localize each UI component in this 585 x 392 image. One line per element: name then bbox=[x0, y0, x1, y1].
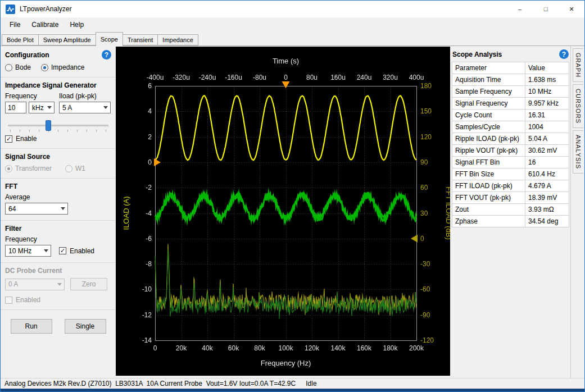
table-row: Zphase34.54 deg bbox=[452, 216, 569, 227]
checkbox-box bbox=[5, 297, 12, 304]
frequency-unit-value: kHz bbox=[32, 104, 44, 112]
tab-sweep-amplitude[interactable]: Sweep Amplitude bbox=[38, 34, 96, 45]
dc-probe-value: 0 A bbox=[8, 280, 18, 288]
menu-file[interactable]: File bbox=[4, 19, 26, 31]
minimize-button[interactable]: – bbox=[507, 1, 533, 17]
table-row: Ripple ILOAD (pk-pk)5.04 A bbox=[452, 133, 569, 145]
tab-strip: Bode Plot Sweep Amplitude Scope Transien… bbox=[2, 32, 584, 45]
frequency-unit-select[interactable]: kHz bbox=[29, 102, 55, 113]
side-tab-analysis[interactable]: ANALYSIS bbox=[573, 130, 583, 174]
radio-w1: W1 bbox=[65, 165, 85, 172]
checkbox-box bbox=[59, 247, 66, 254]
tab-transient[interactable]: Transient bbox=[123, 34, 158, 45]
chevron-down-icon bbox=[45, 106, 54, 109]
fft-section: FFT Average 64 bbox=[1, 179, 116, 221]
filter-enabled-label: Enabled bbox=[70, 247, 94, 255]
radio-bode[interactable]: Bode bbox=[5, 63, 31, 71]
signal-generator-section: Impedance Signal Generator Frequency kHz… bbox=[1, 78, 116, 149]
iload-value: 5 A bbox=[62, 104, 72, 112]
radio-transformer: Transformer bbox=[5, 165, 52, 172]
param-cell: FFT ILOAD (pk-pk) bbox=[452, 180, 525, 192]
close-button[interactable]: ✕ bbox=[559, 1, 584, 17]
enable-checkbox[interactable]: Enable bbox=[5, 135, 37, 143]
slider-track[interactable] bbox=[8, 125, 108, 126]
radio-dot bbox=[65, 165, 72, 172]
dc-probe-title: DC Probe Current bbox=[5, 267, 111, 275]
param-cell: Samples/Cycle bbox=[452, 121, 525, 133]
scope-display bbox=[116, 47, 450, 376]
tab-impedance[interactable]: Impedance bbox=[157, 34, 198, 45]
side-tab-graph[interactable]: GRAPH bbox=[573, 48, 583, 82]
value-cell: 610.4 Hz bbox=[525, 168, 569, 180]
chevron-down-icon bbox=[42, 249, 51, 252]
radio-dot bbox=[5, 64, 12, 71]
average-label: Average bbox=[5, 193, 111, 201]
radio-transformer-label: Transformer bbox=[15, 165, 52, 172]
scope-plot[interactable] bbox=[116, 47, 450, 376]
control-panel: Configuration Bode Impedance Impedance S… bbox=[1, 46, 116, 378]
help-icon[interactable] bbox=[102, 50, 111, 60]
radio-dot bbox=[5, 165, 12, 172]
signal-source-section: Signal Source Transformer W1 bbox=[1, 149, 116, 179]
run-button[interactable]: Run bbox=[11, 319, 52, 334]
single-button[interactable]: Single bbox=[65, 319, 106, 334]
menu-calibrate[interactable]: Calibrate bbox=[26, 19, 64, 31]
table-row: Cycle Count16.31 bbox=[452, 110, 569, 121]
chevron-down-icon bbox=[58, 207, 67, 210]
app-window: LTpowerAnalyzer – □ ✕ File Calibrate Hel… bbox=[0, 0, 585, 392]
value-cell: 4.679 A bbox=[525, 180, 569, 192]
side-tab-strip: GRAPH CURSORS ANALYSIS bbox=[570, 46, 584, 378]
maximize-button[interactable]: □ bbox=[533, 1, 559, 17]
param-cell: Ripple VOUT (pk-pk) bbox=[452, 145, 525, 157]
radio-impedance[interactable]: Impedance bbox=[41, 63, 84, 71]
table-row: Signal FFT Bin16 bbox=[452, 157, 569, 168]
param-cell: Zphase bbox=[452, 216, 525, 227]
table-row: FFT ILOAD (pk-pk)4.679 A bbox=[452, 180, 569, 192]
filter-enabled-checkbox[interactable]: Enabled bbox=[59, 247, 94, 255]
param-cell: FFT Bin Size bbox=[452, 168, 525, 180]
frequency-input[interactable] bbox=[5, 102, 26, 113]
value-cell: 1004 bbox=[525, 121, 569, 133]
average-select[interactable]: 64 bbox=[5, 203, 68, 215]
menu-help[interactable]: Help bbox=[64, 19, 89, 31]
dc-probe-section: DC Probe Current 0 A Zero Enabled bbox=[1, 263, 116, 310]
table-row: Ripple VOUT (pk-pk)30.62 mV bbox=[452, 145, 569, 157]
scope-analysis-table: Parameter Value Aquisition Time1.638 ms … bbox=[452, 62, 569, 227]
value-cell: 9.957 kHz bbox=[525, 98, 569, 110]
value-cell: 16.31 bbox=[525, 110, 569, 121]
table-row: Sample Frequency10 MHz bbox=[452, 86, 569, 98]
filter-frequency-select[interactable]: 10 MHz bbox=[5, 245, 51, 257]
signal-generator-title: Impedance Signal Generator bbox=[5, 81, 111, 89]
dc-probe-enabled-label: Enabled bbox=[16, 296, 40, 304]
tab-bode-plot[interactable]: Bode Plot bbox=[2, 34, 39, 45]
side-tab-cursors[interactable]: CURSORS bbox=[573, 84, 583, 128]
chevron-down-icon bbox=[55, 283, 64, 286]
window-title: LTpowerAnalyzer bbox=[20, 5, 71, 13]
column-value: Value bbox=[525, 62, 569, 74]
iload-label: Iload (pk-pk) bbox=[59, 92, 111, 100]
table-row: Samples/Cycle1004 bbox=[452, 121, 569, 133]
table-header-row: Parameter Value bbox=[452, 62, 569, 74]
filter-frequency-value: 10 MHz bbox=[8, 247, 31, 255]
param-cell: Signal Frequency bbox=[452, 98, 525, 110]
fft-title: FFT bbox=[5, 183, 111, 190]
zero-button: Zero bbox=[70, 278, 107, 290]
title-bar[interactable]: LTpowerAnalyzer – □ ✕ bbox=[1, 1, 584, 17]
checkbox-box bbox=[5, 135, 12, 143]
help-icon[interactable] bbox=[559, 49, 569, 59]
average-value: 64 bbox=[8, 205, 16, 213]
table-row: FFT VOUT (pk-pk)18.39 mV bbox=[452, 192, 569, 204]
tab-scope[interactable]: Scope bbox=[96, 32, 123, 46]
iload-select[interactable]: 5 A bbox=[59, 102, 111, 113]
value-cell: 10 MHz bbox=[525, 86, 569, 98]
iload-slider[interactable] bbox=[8, 119, 108, 133]
param-cell: Cycle Count bbox=[452, 110, 525, 121]
column-parameter: Parameter bbox=[452, 62, 525, 74]
param-cell: FFT VOUT (pk-pk) bbox=[452, 192, 525, 204]
slider-ticks bbox=[10, 130, 106, 132]
frequency-label: Frequency bbox=[5, 92, 55, 100]
value-cell: 34.54 deg bbox=[525, 216, 569, 227]
scope-analysis-title: Scope Analysis bbox=[452, 51, 502, 58]
iload-slider-thumb[interactable] bbox=[46, 120, 51, 131]
param-cell: Ripple ILOAD (pk-pk) bbox=[452, 133, 525, 145]
